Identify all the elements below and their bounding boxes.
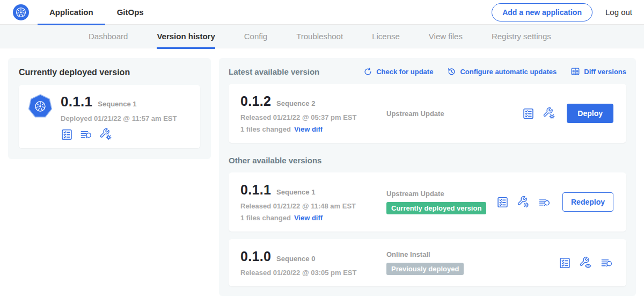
edit-config-icon[interactable] [543, 107, 555, 120]
redeploy-button[interactable]: Redeploy [562, 192, 613, 212]
version-source: Online Install [386, 250, 559, 258]
version-source: Upstream Update [386, 110, 522, 118]
check-for-update-link[interactable]: Check for update [363, 67, 433, 76]
preflight-checks-icon[interactable] [496, 196, 509, 208]
schedule-icon [447, 67, 456, 76]
subnav-dashboard[interactable]: Dashboard [89, 25, 128, 48]
preflight-checks-icon[interactable] [559, 257, 571, 269]
released-timestamp: Released 01/20/22 @ 03:05 pm EST [240, 269, 375, 277]
currently-deployed-title: Currently deployed version [19, 68, 200, 77]
version-number: 0.1.0 [240, 249, 271, 264]
refresh-icon [363, 67, 372, 76]
top-bar-right: Add a new application Log out [492, 3, 632, 21]
version-history-panel: Latest available version Check for updat… [219, 58, 636, 296]
app-logo-icon [27, 93, 53, 119]
version-card-0-1-0: 0.1.0 Sequence 0 Released 01/20/22 @ 03:… [229, 239, 626, 286]
files-changed: 1 files changedView diff [240, 214, 375, 222]
view-diff-link[interactable]: View diff [294, 214, 323, 222]
latest-version-title: Latest available version [229, 67, 319, 76]
currently-deployed-panel: Currently deployed version 0. [8, 58, 211, 159]
subnav-config[interactable]: Config [244, 25, 267, 48]
other-versions-title: Other available versions [229, 156, 626, 165]
version-card-latest: 0.1.2 Sequence 2 Released 01/21/22 @ 05:… [229, 84, 626, 143]
released-timestamp: Released 01/21/22 @ 05:37 pm EST [240, 113, 375, 121]
subnav-troubleshoot[interactable]: Troubleshoot [296, 25, 343, 48]
logout-button[interactable]: Log out [605, 8, 632, 17]
deploy-button[interactable]: Deploy [567, 104, 613, 123]
version-number: 0.1.2 [240, 93, 271, 109]
configure-updates-link[interactable]: Configure automatic updates [447, 67, 557, 76]
deployed-timestamp: Deployed 01/21/22 @ 11:57 am EST [61, 114, 177, 122]
sequence-label: Sequence 0 [276, 255, 315, 263]
top-nav-bar: Application GitOps Add a new application… [0, 0, 644, 25]
edit-config-icon[interactable] [517, 196, 530, 208]
deploy-logs-icon[interactable] [600, 257, 613, 269]
deployed-version-number: 0.1.1 [61, 93, 92, 110]
subnav-license[interactable]: License [372, 25, 400, 48]
deployed-version-card: 0.1.1 Sequence 1 Deployed 01/21/22 @ 11:… [19, 85, 200, 148]
edit-config-icon[interactable] [99, 128, 112, 141]
tab-gitops[interactable]: GitOps [105, 0, 156, 25]
app-subnav: Dashboard Version history Config Trouble… [0, 25, 644, 48]
diff-versions-link[interactable]: Diff versions [570, 67, 626, 76]
add-application-button[interactable]: Add a new application [492, 3, 592, 21]
subnav-registry-settings[interactable]: Registry settings [492, 25, 551, 48]
preflight-checks-icon[interactable] [61, 128, 73, 141]
deploy-logs-icon[interactable] [538, 196, 551, 208]
view-diff-link[interactable]: View diff [294, 125, 323, 133]
deploy-logs-icon[interactable] [79, 128, 93, 141]
sequence-label: Sequence 1 [276, 188, 315, 196]
view-config-icon[interactable] [579, 256, 592, 269]
version-source: Upstream Update [386, 190, 496, 198]
previously-deployed-badge: Previously deployed [386, 263, 464, 275]
currently-deployed-badge: Currently deployed version [386, 202, 486, 214]
sequence-label: Sequence 2 [276, 99, 315, 107]
main-content: Currently deployed version 0. [0, 48, 644, 296]
released-timestamp: Released 01/21/22 @ 11:48 am EST [240, 202, 375, 210]
top-tabs: Application GitOps [38, 0, 156, 25]
subnav-version-history[interactable]: Version history [157, 25, 215, 48]
tab-application[interactable]: Application [38, 0, 105, 25]
version-card-0-1-1: 0.1.1 Sequence 1 Released 01/21/22 @ 11:… [229, 172, 626, 232]
preflight-checks-icon[interactable] [522, 107, 535, 120]
subnav-view-files[interactable]: View files [429, 25, 463, 48]
version-number: 0.1.1 [240, 182, 271, 198]
deployed-sequence-label: Sequence 1 [98, 100, 136, 108]
diff-icon [570, 67, 580, 76]
kubernetes-logo-icon [13, 4, 29, 20]
files-changed: 1 files changedView diff [240, 125, 375, 133]
